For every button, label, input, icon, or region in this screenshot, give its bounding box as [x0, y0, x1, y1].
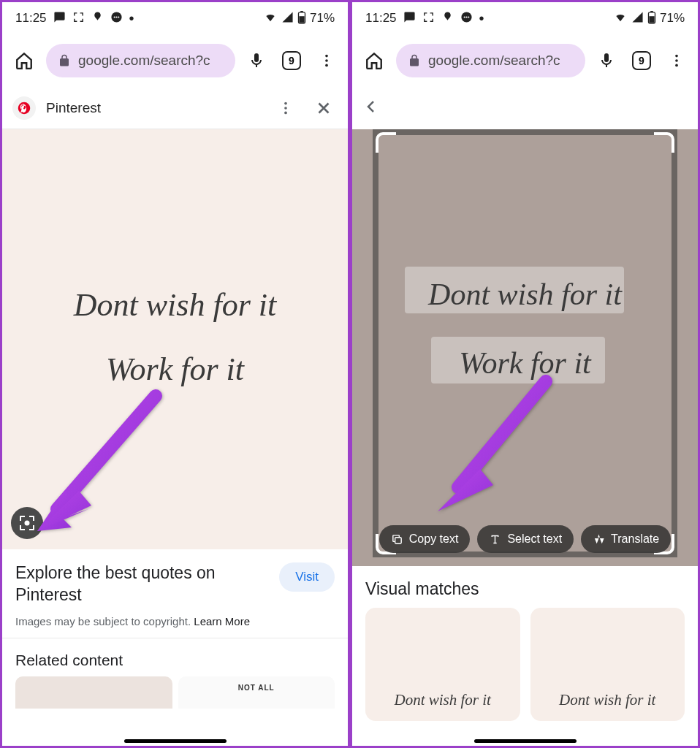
tabs-button[interactable]: 9 [628, 46, 655, 75]
phone-left: 11:25 • 71% [0, 0, 350, 748]
status-bar: 11:25 • 71% [2, 2, 348, 34]
svg-point-13 [284, 111, 287, 114]
learn-more-link[interactable]: Learn More [194, 615, 250, 627]
tab-count: 9 [632, 51, 651, 70]
crop-icon [422, 11, 435, 26]
svg-point-7 [325, 55, 328, 58]
select-text-button[interactable]: Select text [477, 525, 574, 553]
phone-right: 11:25 • 71% [350, 0, 700, 748]
chat-icon [460, 11, 473, 26]
copy-icon [391, 533, 403, 546]
wifi-icon [613, 11, 628, 26]
translate-icon [593, 533, 605, 546]
image-title: Explore the best quotes on Pinterest [15, 562, 270, 606]
svg-point-11 [284, 102, 287, 104]
translate-button[interactable]: Translate [581, 525, 671, 553]
related-card[interactable]: NOT ALL [178, 676, 335, 709]
text-icon [489, 533, 501, 546]
mic-button[interactable] [243, 46, 270, 75]
wifi-icon [263, 11, 278, 26]
signal-icon [631, 11, 644, 26]
chrome-toolbar: google.com/search?c 9 [2, 34, 348, 87]
message-icon [53, 11, 66, 26]
home-button[interactable] [9, 46, 39, 75]
svg-point-17 [463, 16, 465, 18]
chrome-toolbar: google.com/search?c 9 [352, 34, 698, 87]
more-dot: • [129, 15, 134, 22]
related-cards: NOT ALL [2, 676, 348, 709]
svg-point-9 [325, 64, 328, 67]
close-button[interactable] [310, 94, 338, 122]
copy-text-button[interactable]: Copy text [379, 525, 471, 553]
status-time: 11:25 [15, 11, 47, 26]
svg-rect-5 [300, 11, 303, 12]
battery-icon [297, 11, 306, 26]
svg-point-18 [465, 16, 467, 18]
battery-percent: 71% [310, 11, 335, 26]
svg-rect-21 [650, 11, 653, 12]
pinterest-icon [12, 96, 36, 120]
match-cards: Dont wish for it Dont wish for it [352, 608, 698, 721]
quote-line-1: Dont wish for it [2, 288, 348, 323]
lock-icon [408, 54, 421, 67]
nav-handle[interactable] [124, 739, 227, 743]
mic-button[interactable] [593, 46, 620, 75]
visit-button[interactable]: Visit [279, 562, 335, 592]
battery-icon [647, 11, 656, 26]
svg-point-23 [675, 55, 678, 58]
more-dot: • [479, 15, 484, 22]
home-button[interactable] [359, 46, 389, 75]
url-text: google.com/search?c [428, 53, 560, 69]
lens-actions: Copy text Select text Translate [352, 525, 698, 553]
svg-point-1 [113, 16, 115, 18]
svg-rect-6 [299, 16, 304, 23]
crop-handle-tr[interactable] [654, 132, 674, 153]
signal-icon [281, 11, 294, 26]
crop-icon [72, 11, 85, 26]
svg-rect-22 [649, 16, 654, 23]
svg-point-12 [284, 107, 287, 110]
tabs-button[interactable]: 9 [278, 46, 305, 75]
match-card[interactable]: Dont wish for it [365, 608, 520, 721]
image-viewer[interactable]: Dont wish for it Work for it [2, 129, 348, 549]
source-bar: Pinterest [2, 87, 348, 129]
svg-point-2 [115, 16, 117, 18]
svg-point-19 [468, 16, 469, 18]
visual-matches-header: Visual matches [352, 566, 698, 608]
detected-text-1: Dont wish for it [352, 277, 698, 312]
status-time: 11:25 [365, 11, 397, 26]
svg-point-8 [325, 59, 328, 62]
source-name[interactable]: Pinterest [46, 100, 262, 116]
status-bar: 11:25 • 71% [352, 2, 698, 34]
copyright-text: Images may be subject to copyright. Lear… [2, 615, 348, 638]
lock-icon [58, 54, 71, 67]
svg-point-24 [675, 59, 678, 62]
battery-percent: 71% [660, 11, 685, 26]
svg-point-3 [118, 16, 119, 18]
quote-line-2: Work for it [2, 352, 348, 387]
carrier-icon [91, 11, 104, 26]
menu-button[interactable] [663, 46, 691, 75]
url-bar[interactable]: google.com/search?c [396, 44, 585, 77]
menu-button[interactable] [313, 46, 341, 75]
nav-handle[interactable] [474, 739, 577, 743]
back-button[interactable] [362, 98, 380, 118]
related-content-header: Related content [2, 638, 348, 676]
info-section: Explore the best quotes on Pinterest Vis… [2, 549, 348, 615]
lens-header [352, 87, 698, 129]
annotation-arrow [24, 389, 170, 549]
url-bar[interactable]: google.com/search?c [46, 44, 235, 77]
crop-handle-tl[interactable] [376, 132, 396, 153]
url-text: google.com/search?c [78, 53, 210, 69]
tab-count: 9 [282, 51, 301, 70]
related-card[interactable] [15, 676, 172, 709]
message-icon [403, 11, 416, 26]
lens-viewer[interactable]: Dont wish for it Work for it Copy text S… [352, 129, 698, 566]
carrier-icon [441, 11, 454, 26]
annotation-arrow [422, 374, 560, 527]
more-options-button[interactable] [272, 94, 300, 122]
svg-rect-27 [395, 537, 401, 543]
match-card[interactable]: Dont wish for it [530, 608, 685, 721]
svg-point-25 [675, 64, 678, 67]
chat-icon [110, 11, 123, 26]
